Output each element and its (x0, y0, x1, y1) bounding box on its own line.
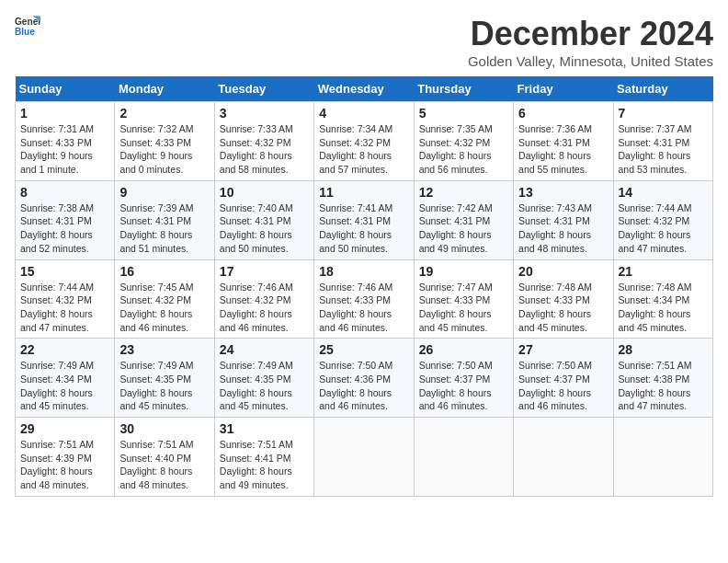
day-info: Sunrise: 7:35 AMSunset: 4:32 PMDaylight:… (419, 122, 508, 177)
day-info: Sunrise: 7:51 AMSunset: 4:40 PMDaylight:… (119, 438, 209, 492)
calendar-day-cell: 2Sunrise: 7:32 AMSunset: 4:33 PMDaylight… (115, 102, 214, 181)
day-info: Sunrise: 7:39 AMSunset: 4:31 PMDaylight:… (119, 201, 209, 256)
day-number: 29 (20, 421, 109, 436)
day-info: Sunrise: 7:46 AMSunset: 4:33 PMDaylight:… (319, 281, 408, 335)
calendar-week-row: 22Sunrise: 7:49 AMSunset: 4:34 PMDayligh… (16, 339, 713, 418)
day-number: 25 (319, 342, 408, 357)
day-number: 31 (220, 421, 309, 436)
title-area: December 2024 Golden Valley, Minnesota, … (468, 15, 713, 69)
calendar-day-cell: 27Sunrise: 7:50 AMSunset: 4:37 PMDayligh… (514, 339, 613, 418)
day-number: 4 (319, 106, 408, 121)
calendar-week-row: 8Sunrise: 7:38 AMSunset: 4:31 PMDaylight… (16, 180, 713, 259)
weekday-header-row: SundayMondayTuesdayWednesdayThursdayFrid… (16, 76, 713, 102)
calendar-day-cell: 11Sunrise: 7:41 AMSunset: 4:31 PMDayligh… (314, 180, 414, 259)
day-info: Sunrise: 7:51 AMSunset: 4:39 PMDaylight:… (20, 438, 109, 492)
day-info: Sunrise: 7:49 AMSunset: 4:35 PMDaylight:… (220, 359, 309, 413)
calendar-day-cell: 26Sunrise: 7:50 AMSunset: 4:37 PMDayligh… (414, 339, 513, 418)
day-number: 18 (319, 264, 408, 279)
calendar-day-cell: 28Sunrise: 7:51 AMSunset: 4:38 PMDayligh… (613, 339, 712, 418)
month-title: December 2024 (468, 15, 713, 53)
svg-text:Blue: Blue (15, 27, 35, 37)
day-number: 1 (20, 106, 109, 121)
calendar-week-row: 29Sunrise: 7:51 AMSunset: 4:39 PMDayligh… (16, 418, 713, 497)
day-number: 10 (220, 185, 309, 200)
day-info: Sunrise: 7:48 AMSunset: 4:34 PMDaylight:… (619, 281, 708, 335)
calendar-day-cell: 21Sunrise: 7:48 AMSunset: 4:34 PMDayligh… (613, 259, 712, 339)
day-info: Sunrise: 7:47 AMSunset: 4:33 PMDaylight:… (419, 281, 508, 335)
day-info: Sunrise: 7:37 AMSunset: 4:31 PMDaylight:… (619, 122, 708, 177)
day-number: 12 (419, 185, 508, 200)
day-number: 15 (20, 264, 109, 279)
day-info: Sunrise: 7:41 AMSunset: 4:31 PMDaylight:… (319, 201, 408, 256)
calendar-day-cell: 1Sunrise: 7:31 AMSunset: 4:33 PMDaylight… (16, 102, 115, 181)
day-info: Sunrise: 7:51 AMSunset: 4:38 PMDaylight:… (619, 359, 708, 413)
calendar-day-cell: 7Sunrise: 7:37 AMSunset: 4:31 PMDaylight… (613, 102, 712, 181)
day-info: Sunrise: 7:49 AMSunset: 4:34 PMDaylight:… (20, 359, 109, 413)
day-info: Sunrise: 7:49 AMSunset: 4:35 PMDaylight:… (119, 359, 209, 413)
day-number: 22 (20, 342, 109, 357)
calendar-day-cell: 20Sunrise: 7:48 AMSunset: 4:33 PMDayligh… (514, 259, 613, 339)
day-info: Sunrise: 7:40 AMSunset: 4:31 PMDaylight:… (220, 201, 309, 256)
weekday-header-thursday: Thursday (414, 76, 513, 102)
day-number: 9 (119, 185, 209, 200)
logo: General Blue (15, 15, 40, 40)
day-number: 5 (419, 106, 508, 121)
day-number: 19 (419, 264, 508, 279)
day-info: Sunrise: 7:34 AMSunset: 4:32 PMDaylight:… (319, 122, 408, 177)
day-info: Sunrise: 7:45 AMSunset: 4:32 PMDaylight:… (119, 281, 209, 335)
calendar-day-cell: 9Sunrise: 7:39 AMSunset: 4:31 PMDaylight… (115, 180, 214, 259)
day-number: 7 (619, 106, 708, 121)
day-number: 3 (220, 106, 309, 121)
page-header: General Blue December 2024 Golden Valley… (15, 15, 713, 69)
calendar-day-cell: 15Sunrise: 7:44 AMSunset: 4:32 PMDayligh… (16, 259, 115, 339)
weekday-header-saturday: Saturday (613, 76, 712, 102)
day-number: 16 (119, 264, 209, 279)
calendar-day-cell: 29Sunrise: 7:51 AMSunset: 4:39 PMDayligh… (16, 418, 115, 497)
calendar-day-cell: 8Sunrise: 7:38 AMSunset: 4:31 PMDaylight… (16, 180, 115, 259)
day-info: Sunrise: 7:38 AMSunset: 4:31 PMDaylight:… (20, 201, 109, 256)
day-info: Sunrise: 7:48 AMSunset: 4:33 PMDaylight:… (518, 281, 608, 335)
weekday-header-friday: Friday (514, 76, 613, 102)
day-info: Sunrise: 7:50 AMSunset: 4:37 PMDaylight:… (419, 359, 508, 413)
calendar-day-cell: 10Sunrise: 7:40 AMSunset: 4:31 PMDayligh… (214, 180, 313, 259)
empty-cell (514, 418, 613, 497)
day-number: 30 (119, 421, 209, 436)
calendar-day-cell: 30Sunrise: 7:51 AMSunset: 4:40 PMDayligh… (115, 418, 214, 497)
weekday-header-tuesday: Tuesday (214, 76, 313, 102)
empty-cell (613, 418, 712, 497)
calendar-day-cell: 5Sunrise: 7:35 AMSunset: 4:32 PMDaylight… (414, 102, 513, 181)
calendar-day-cell: 4Sunrise: 7:34 AMSunset: 4:32 PMDaylight… (314, 102, 414, 181)
day-info: Sunrise: 7:51 AMSunset: 4:41 PMDaylight:… (220, 438, 309, 492)
calendar-week-row: 15Sunrise: 7:44 AMSunset: 4:32 PMDayligh… (16, 259, 713, 339)
day-number: 21 (619, 264, 708, 279)
day-info: Sunrise: 7:33 AMSunset: 4:32 PMDaylight:… (220, 122, 309, 177)
day-number: 27 (518, 342, 608, 357)
calendar-day-cell: 22Sunrise: 7:49 AMSunset: 4:34 PMDayligh… (16, 339, 115, 418)
day-number: 8 (20, 185, 109, 200)
day-number: 17 (220, 264, 309, 279)
calendar-week-row: 1Sunrise: 7:31 AMSunset: 4:33 PMDaylight… (16, 102, 713, 181)
day-number: 6 (518, 106, 608, 121)
weekday-header-wednesday: Wednesday (314, 76, 414, 102)
calendar-day-cell: 3Sunrise: 7:33 AMSunset: 4:32 PMDaylight… (214, 102, 313, 181)
day-info: Sunrise: 7:46 AMSunset: 4:32 PMDaylight:… (220, 281, 309, 335)
empty-cell (414, 418, 513, 497)
day-number: 28 (619, 342, 708, 357)
calendar-day-cell: 13Sunrise: 7:43 AMSunset: 4:31 PMDayligh… (514, 180, 613, 259)
weekday-header-sunday: Sunday (16, 76, 115, 102)
day-number: 26 (419, 342, 508, 357)
location-title: Golden Valley, Minnesota, United States (468, 53, 713, 69)
day-info: Sunrise: 7:43 AMSunset: 4:31 PMDaylight:… (518, 201, 608, 256)
day-info: Sunrise: 7:32 AMSunset: 4:33 PMDaylight:… (119, 122, 209, 177)
day-number: 14 (619, 185, 708, 200)
weekday-header-monday: Monday (115, 76, 214, 102)
calendar-day-cell: 16Sunrise: 7:45 AMSunset: 4:32 PMDayligh… (115, 259, 214, 339)
calendar-day-cell: 14Sunrise: 7:44 AMSunset: 4:32 PMDayligh… (613, 180, 712, 259)
day-number: 20 (518, 264, 608, 279)
day-info: Sunrise: 7:31 AMSunset: 4:33 PMDaylight:… (20, 122, 109, 177)
day-number: 13 (518, 185, 608, 200)
day-number: 2 (119, 106, 209, 121)
calendar-day-cell: 19Sunrise: 7:47 AMSunset: 4:33 PMDayligh… (414, 259, 513, 339)
calendar-day-cell: 25Sunrise: 7:50 AMSunset: 4:36 PMDayligh… (314, 339, 414, 418)
day-info: Sunrise: 7:44 AMSunset: 4:32 PMDaylight:… (619, 201, 708, 256)
